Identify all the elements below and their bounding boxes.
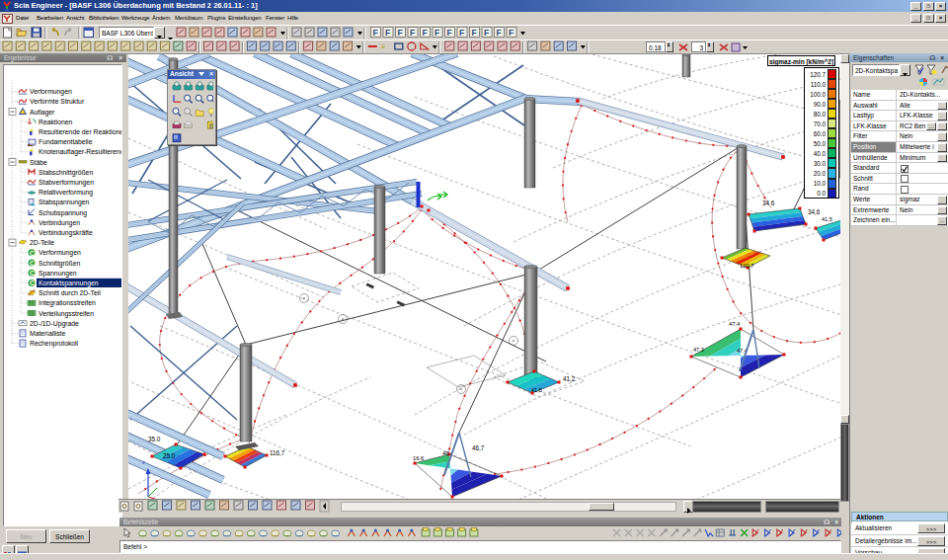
svg-text:Schubspannung: Schubspannung bbox=[39, 209, 87, 217]
svg-text:Knotenauflager-Resultierende: Knotenauflager-Resultierende bbox=[39, 148, 122, 156]
svg-text:Stabschnittgrößen: Stabschnittgrößen bbox=[39, 169, 93, 177]
svg-text:Rechenprotokoll: Rechenprotokoll bbox=[30, 340, 79, 348]
svg-text:Schnittgrößen: Schnittgrößen bbox=[39, 260, 81, 268]
svg-text:47,4: 47,4 bbox=[729, 321, 741, 327]
svg-text:Schnitt durch 2D-Teil: Schnitt durch 2D-Teil bbox=[39, 289, 101, 296]
svg-text:41,5: 41,5 bbox=[531, 387, 542, 393]
svg-text:F: F bbox=[398, 28, 403, 38]
svg-text:C: C bbox=[30, 260, 35, 267]
svg-text:B: B bbox=[209, 121, 213, 128]
svg-text:Integrationsstreifen: Integrationsstreifen bbox=[39, 299, 96, 307]
svg-text:F: F bbox=[385, 28, 390, 38]
svg-text:116,7: 116,7 bbox=[270, 449, 285, 456]
svg-text:16,6: 16,6 bbox=[413, 455, 424, 461]
svg-text:34 6: 34 6 bbox=[762, 200, 775, 206]
svg-text:25.0: 25.0 bbox=[163, 452, 176, 459]
svg-text:Resultierende der Reaktionen: Resultierende der Reaktionen bbox=[39, 128, 122, 135]
svg-text:F: F bbox=[497, 28, 502, 38]
svg-text:Verformungen: Verformungen bbox=[30, 88, 72, 96]
svg-text:F: F bbox=[410, 28, 415, 38]
svg-text:C: C bbox=[30, 250, 35, 257]
svg-text:Verformte Struktur: Verformte Struktur bbox=[30, 98, 85, 105]
svg-text:≡: ≡ bbox=[381, 42, 386, 51]
svg-text:41,2: 41,2 bbox=[563, 375, 576, 382]
svg-text:z: z bbox=[142, 459, 145, 465]
svg-text:46,7: 46,7 bbox=[472, 444, 485, 451]
svg-text:Spannungen: Spannungen bbox=[39, 270, 77, 278]
svg-text:47,3: 47,3 bbox=[693, 347, 704, 353]
svg-text:F: F bbox=[459, 28, 464, 38]
svg-text:Verbindungskräfte: Verbindungskräfte bbox=[39, 229, 93, 237]
svg-text:46: 46 bbox=[442, 450, 448, 456]
svg-text:Verformungen: Verformungen bbox=[39, 249, 81, 257]
svg-text:F: F bbox=[509, 28, 514, 38]
svg-text:Auflager: Auflager bbox=[30, 109, 55, 117]
svg-text:35.0: 35.0 bbox=[148, 436, 161, 442]
svg-text:Stabverformungen: Stabverformungen bbox=[39, 179, 94, 187]
svg-text:Materialliste: Materialliste bbox=[30, 330, 65, 337]
svg-text:Verteilungsstreifen: Verteilungsstreifen bbox=[39, 310, 94, 318]
svg-text:Verbindungen: Verbindungen bbox=[39, 219, 80, 227]
svg-text:120,7: 120,7 bbox=[740, 263, 754, 269]
svg-text:F: F bbox=[484, 28, 489, 38]
svg-text:C: C bbox=[30, 280, 35, 286]
svg-text:C: C bbox=[30, 270, 35, 277]
svg-text:2D-/1D-Upgrade: 2D-/1D-Upgrade bbox=[30, 320, 79, 328]
svg-text:F: F bbox=[447, 28, 452, 38]
svg-text:Kontaktspannungen: Kontaktspannungen bbox=[39, 280, 99, 287]
svg-text:F: F bbox=[373, 28, 378, 38]
svg-text:2D-Teile: 2D-Teile bbox=[30, 239, 54, 246]
svg-text:Stäbe: Stäbe bbox=[30, 159, 47, 166]
svg-text:Reaktionen: Reaktionen bbox=[39, 119, 73, 125]
svg-text:Fundamenttabelle: Fundamenttabelle bbox=[39, 138, 93, 145]
svg-text:F: F bbox=[472, 28, 477, 38]
svg-text:Relativverformung: Relativverformung bbox=[39, 189, 93, 197]
svg-text:34,6: 34,6 bbox=[808, 208, 821, 215]
svg-text:F: F bbox=[423, 28, 428, 38]
svg-text:Stabspannungen: Stabspannungen bbox=[39, 199, 90, 206]
svg-text:F: F bbox=[434, 28, 439, 38]
svg-text:41,5: 41,5 bbox=[822, 216, 832, 222]
